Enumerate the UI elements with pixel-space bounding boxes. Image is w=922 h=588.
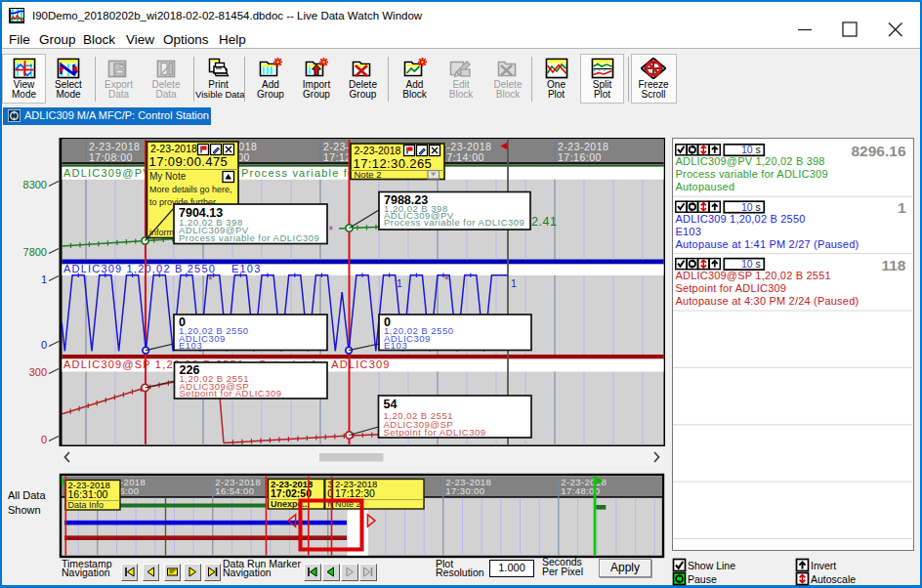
svg-text:ADLIC309@PV 1,20,02 B 398: ADLIC309@PV 1,20,02 B 398 (676, 155, 825, 167)
svg-text:17:14:00: 17:14:00 (440, 151, 484, 163)
svg-text:Note 2: Note 2 (355, 169, 382, 180)
svg-text:2.41: 2.41 (531, 215, 557, 229)
svg-text:More details go here,: More details go here, (149, 185, 232, 194)
svg-text:17:09:00.475: 17:09:00.475 (149, 154, 229, 169)
svg-text:7800: 7800 (23, 246, 47, 258)
svg-text:2-23-2018: 2-23-2018 (150, 143, 197, 154)
svg-text:Show Line: Show Line (688, 560, 735, 571)
svg-text:17:02:50: 17:02:50 (271, 487, 312, 499)
svg-text:0: 0 (41, 339, 47, 351)
svg-text:0: 0 (41, 434, 47, 445)
svg-text:Autopause at 1:41 PM 2/27 (Pau: Autopause at 1:41 PM 2/27 (Paused) (676, 238, 859, 250)
svg-text:All Data: All Data (8, 489, 46, 501)
svg-text:10 s: 10 s (741, 258, 761, 270)
svg-text:16:31:00: 16:31:00 (68, 488, 108, 500)
svg-text:1: 1 (41, 273, 47, 285)
svg-text:54: 54 (384, 398, 398, 411)
svg-text:Process variable for ADLIC309: Process variable for ADLIC309 (676, 168, 828, 180)
svg-text:Setpoint for ADLIC309: Setpoint for ADLIC309 (384, 427, 486, 438)
svg-text:*: * (329, 224, 334, 237)
svg-text:E103: E103 (384, 340, 407, 351)
svg-text:1: 1 (397, 277, 402, 289)
svg-text:300: 300 (29, 366, 47, 378)
svg-text:1: 1 (898, 199, 906, 216)
svg-text:17:12:30: 17:12:30 (335, 487, 375, 499)
svg-text:My Note: My Note (149, 171, 187, 182)
svg-text:ADLIC309 1,20,02 B 2550: ADLIC309 1,20,02 B 2550 (676, 213, 806, 225)
svg-text:Setpoint for ADLIC309: Setpoint for ADLIC309 (180, 388, 282, 399)
svg-text:ADLIC309@SP 1,20,02 B 2551: ADLIC309@SP 1,20,02 B 2551 (676, 270, 831, 281)
svg-text:Autopause at 4:30 PM 2/24 (Pau: Autopause at 4:30 PM 2/24 (Paused) (676, 295, 859, 307)
svg-text:Invert: Invert (811, 560, 836, 571)
svg-text:Autopaused: Autopaused (676, 181, 735, 192)
svg-text:10 s: 10 s (741, 201, 761, 213)
svg-text:10 s: 10 s (741, 144, 761, 155)
svg-text:Shown: Shown (8, 504, 41, 516)
svg-text:17:08:00: 17:08:00 (89, 151, 133, 163)
svg-text:Process variable for ADLIC309: Process variable for ADLIC309 (384, 217, 524, 228)
svg-text:118: 118 (881, 257, 905, 273)
svg-text:17:30:00: 17:30:00 (445, 485, 484, 496)
svg-text:E103: E103 (231, 263, 262, 274)
svg-text:E103: E103 (179, 340, 202, 351)
svg-text:Pause: Pause (688, 573, 717, 585)
svg-text:2-23-2018: 2-23-2018 (355, 145, 401, 156)
svg-text:Data Info: Data Info (68, 500, 105, 510)
svg-text:Process variable for ADLIC309: Process variable for ADLIC309 (179, 232, 319, 243)
svg-text:ADLIC309 1,20,02 B 2550: ADLIC309 1,20,02 B 2550 (63, 263, 216, 274)
svg-text:17:16:00: 17:16:00 (558, 151, 602, 163)
svg-text:Autoscale: Autoscale (811, 573, 856, 585)
svg-text:8296.16: 8296.16 (851, 143, 905, 159)
svg-text:E103: E103 (676, 226, 702, 237)
svg-text:1: 1 (511, 277, 517, 289)
svg-text:8300: 8300 (23, 179, 47, 190)
svg-text:16:54:00: 16:54:00 (215, 485, 254, 496)
svg-text:Setpoint for ADLIC309: Setpoint for ADLIC309 (676, 282, 787, 294)
